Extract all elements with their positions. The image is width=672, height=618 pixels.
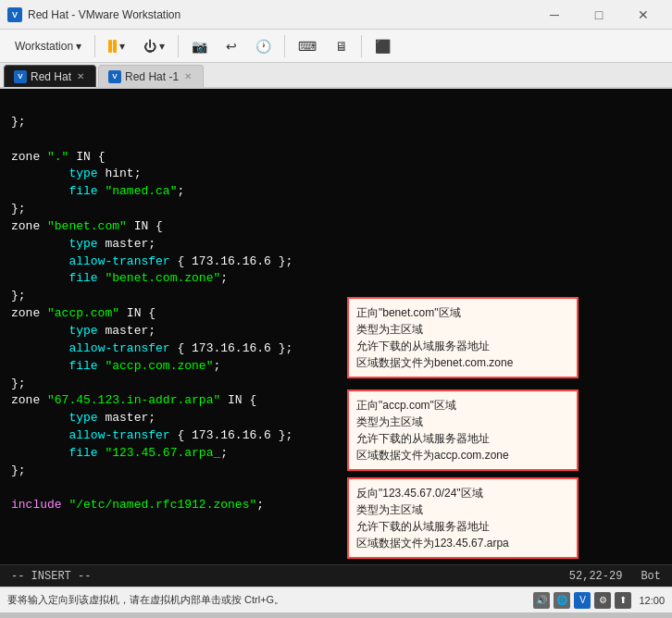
tab-label-red-hat-1: Red Hat -1 [125,70,179,83]
tab-bar: V Red Hat ✕ V Red Hat -1 ✕ [0,63,672,89]
snapshot-icon: 📷 [192,39,207,54]
tray-icon-4[interactable]: ⚙ [594,592,611,609]
tab-label-red-hat: Red Hat [31,70,71,83]
revert-button[interactable]: ↩ [218,33,244,59]
annotation-benet-com: 正向"benet.com"区域 类型为主区域 允许下载的从域服务器地址 区域数据… [347,297,579,378]
annotation-accp-line3: 区域数据文件为accp.com.zone [356,447,569,464]
view-button[interactable]: 🖥 [328,33,355,59]
annotation-accp-line1: 类型为主区域 [356,414,569,430]
usb-button[interactable]: ⬛ [367,33,398,59]
ctrl-alt-del-icon: ⌨ [298,39,317,54]
workstation-menu[interactable]: Workstation ▾ [7,33,89,59]
tab-red-hat-1[interactable]: V Red Hat -1 ✕ [98,65,204,87]
maximize-button[interactable]: □ [578,1,620,29]
power-button[interactable]: ⏻ ▾ [136,33,172,59]
title-bar: V Red Hat - VMware Workstation ─ □ ✕ [0,0,672,30]
annotation-benet-line1: 类型为主区域 [356,321,569,338]
dropdown-arrow: ▾ [76,40,81,53]
vm-screen[interactable]: }; zone "." IN { type hint; file "named.… [0,89,672,587]
annotation-accp-title: 正向"accp.com"区域 [356,397,569,414]
annotation-accp-com: 正向"accp.com"区域 类型为主区域 允许下载的从域服务器地址 区域数据文… [347,389,579,471]
pause-icon [108,40,117,53]
snapshot-mgr-button[interactable]: 🕐 [248,33,279,59]
app-icon: V [7,7,22,22]
vim-status-bar: -- INSERT -- 52,22-29 Bot [0,564,672,587]
vim-scroll: Bot [641,570,661,583]
power-icon: ⏻ [143,39,156,54]
snapshot-button[interactable]: 📷 [184,33,215,59]
window-controls: ─ □ ✕ [533,1,665,29]
send-ctrl-alt-del[interactable]: ⌨ [291,33,324,59]
minimize-button[interactable]: ─ [533,1,576,29]
annotation-reverse-zone: 反向"123.45.67.0/24"区域 类型为主区域 允许下载的从域服务器地址… [347,477,579,559]
tray-icon-1[interactable]: 🔊 [533,592,550,609]
close-button[interactable]: ✕ [622,1,665,29]
window-title: Red Hat - VMware Workstation [28,8,533,21]
view-icon: 🖥 [335,39,348,54]
tab-icon-red-hat: V [14,70,27,83]
snapshot-mgr-icon: 🕐 [255,39,271,54]
annotation-reverse-line3: 区域数据文件为123.45.67.arpa [356,535,569,551]
dropdown-arrow-pause: ▾ [119,40,125,53]
usb-icon: ⬛ [375,39,391,54]
annotation-benet-title: 正向"benet.com"区域 [356,304,569,321]
toolbar: Workstation ▾ ▾ ⏻ ▾ 📷 ↩ 🕐 ⌨ 🖥 ⬛ [0,30,672,63]
toolbar-separator-2 [178,35,179,57]
workstation-label: Workstation [15,40,73,53]
code-editor: }; zone "." IN { type hint; file "named.… [0,89,304,539]
pause-button[interactable]: ▾ [101,33,132,59]
annotation-reverse-line2: 允许下载的从域服务器地址 [356,518,569,535]
bottom-message: 要将输入定向到该虚拟机，请在虚拟机内部单击或按 Ctrl+G。 [7,593,284,607]
bottom-bar: 要将输入定向到该虚拟机，请在虚拟机内部单击或按 Ctrl+G。 🔊 🌐 V ⚙ … [0,587,672,612]
vim-mode: -- INSERT -- [11,570,91,583]
toolbar-separator-1 [94,35,95,57]
system-tray: 🔊 🌐 V ⚙ ⬆ 12:00 [533,592,665,609]
tab-close-red-hat-1[interactable]: ✕ [182,70,193,82]
tray-icon-2[interactable]: 🌐 [554,592,570,609]
toolbar-separator-4 [361,35,362,57]
annotation-accp-line2: 允许下载的从域服务器地址 [356,430,569,447]
annotation-reverse-line1: 类型为主区域 [356,501,569,518]
tab-close-red-hat[interactable]: ✕ [75,70,86,82]
toolbar-separator-3 [284,35,285,57]
tray-icon-3[interactable]: V [574,592,591,609]
clock: 12:00 [639,595,665,606]
annotation-benet-line2: 允许下载的从域服务器地址 [356,338,569,354]
vim-position: 52,22-29 [569,570,623,583]
annotation-benet-line3: 区域数据文件为benet.com.zone [356,354,569,371]
revert-icon: ↩ [226,39,237,54]
tab-red-hat[interactable]: V Red Hat ✕ [4,65,96,87]
tray-icon-5[interactable]: ⬆ [615,592,631,609]
tab-icon-red-hat-1: V [108,70,121,83]
annotation-reverse-title: 反向"123.45.67.0/24"区域 [356,485,569,501]
